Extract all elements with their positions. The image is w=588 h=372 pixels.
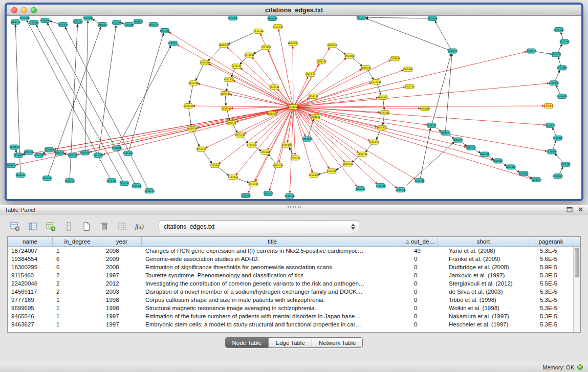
show-columns-icon[interactable] bbox=[26, 220, 39, 233]
graph-node[interactable]: 1505493 bbox=[369, 140, 380, 144]
graph-node[interactable]: 9645124 bbox=[466, 145, 476, 150]
graph-node[interactable]: 1915414 bbox=[248, 182, 259, 186]
graph-node[interactable]: 1535175 bbox=[396, 188, 406, 192]
graph-edge[interactable] bbox=[233, 80, 291, 106]
graph-node[interactable]: 1953153 bbox=[73, 19, 83, 24]
panel-splitter-handle[interactable] bbox=[288, 206, 301, 208]
zoom-window-button[interactable] bbox=[31, 7, 37, 13]
graph-node[interactable]: 1235155 bbox=[42, 176, 53, 181]
table-row[interactable]: 946554611997Estimation of the future num… bbox=[8, 312, 580, 320]
graph-node[interactable]: 1572451 bbox=[228, 16, 238, 20]
import-table-icon[interactable] bbox=[116, 220, 129, 233]
graph-node[interactable]: 1604452 bbox=[493, 159, 504, 163]
table-row[interactable]: 911546021997Tourette syndrome. Phenomeno… bbox=[8, 271, 580, 279]
graph-node[interactable]: 1209345 bbox=[390, 56, 401, 61]
graph-node[interactable]: 1235405 bbox=[44, 147, 55, 152]
graph-node[interactable]: 1415458 bbox=[557, 94, 568, 99]
graph-node[interactable]: 1763414 bbox=[228, 175, 238, 180]
column-header-year[interactable]: year bbox=[102, 237, 142, 246]
graph-node[interactable]: 1450553 bbox=[15, 173, 26, 178]
graph-node[interactable]: 1495756 bbox=[357, 152, 368, 157]
graph-node[interactable]: 1830212 bbox=[267, 111, 277, 116]
graph-edge[interactable] bbox=[555, 70, 559, 81]
graph-node[interactable]: 9159309 bbox=[83, 16, 94, 20]
graph-edge[interactable] bbox=[203, 150, 212, 163]
graph-node[interactable]: 1535535 bbox=[241, 193, 251, 198]
graph-edge[interactable] bbox=[296, 52, 527, 106]
graph-node[interactable]: 1414350 bbox=[545, 123, 556, 127]
graph-node[interactable]: 1254149 bbox=[273, 24, 284, 29]
graph-edge[interactable] bbox=[268, 50, 292, 105]
graph-node[interactable]: 1815162 bbox=[188, 81, 199, 85]
graph-node[interactable]: 1664910 bbox=[288, 41, 298, 46]
graph-node[interactable]: 1752441 bbox=[260, 150, 271, 155]
column-header-short[interactable]: short bbox=[438, 237, 529, 246]
graph-edge[interactable] bbox=[558, 44, 562, 53]
graph-edge[interactable] bbox=[118, 46, 170, 147]
vertical-scrollbar[interactable] bbox=[573, 247, 580, 332]
graph-node[interactable]: 1221820 bbox=[261, 45, 272, 50]
graph-edge[interactable] bbox=[195, 64, 203, 81]
graph-node[interactable]: 1939141 bbox=[221, 106, 232, 111]
graph-node[interactable]: 1275141 bbox=[231, 64, 242, 69]
graph-node[interactable]: 1646427 bbox=[453, 138, 464, 142]
graph-node[interactable]: 1553415 bbox=[309, 173, 319, 178]
graph-edge[interactable] bbox=[377, 83, 381, 95]
graph-node[interactable]: 1155408 bbox=[124, 22, 135, 27]
graph-edge[interactable] bbox=[366, 17, 430, 18]
column-header-name[interactable]: name bbox=[8, 237, 53, 246]
graph-node[interactable]: 1505113 bbox=[64, 179, 75, 183]
graph-edge[interactable] bbox=[293, 108, 295, 155]
float-panel-icon[interactable] bbox=[567, 207, 573, 212]
graph-node[interactable]: 1535145 bbox=[285, 194, 295, 199]
graph-node[interactable]: 1210455 bbox=[553, 136, 563, 140]
create-column-icon[interactable] bbox=[44, 220, 57, 233]
column-header-in_degree[interactable]: in_degree bbox=[53, 237, 102, 246]
graph-edge[interactable] bbox=[47, 23, 135, 184]
new-file-icon[interactable] bbox=[80, 220, 93, 233]
graph-node[interactable]: 1284519 bbox=[440, 130, 451, 135]
graph-edge[interactable] bbox=[36, 25, 123, 182]
graph-edge[interactable] bbox=[193, 106, 291, 107]
graph-node[interactable]: 2056105 bbox=[80, 150, 91, 155]
graph-edge[interactable] bbox=[308, 119, 314, 137]
graph-node[interactable]: 1904174 bbox=[10, 19, 21, 24]
graph-node[interactable]: 1735153 bbox=[376, 184, 386, 188]
graph-node[interactable]: 1973498 bbox=[557, 65, 568, 70]
graph-node[interactable]: 1665135 bbox=[355, 187, 366, 191]
graph-edge[interactable] bbox=[189, 85, 193, 103]
graph-edge[interactable] bbox=[177, 45, 291, 106]
graph-edge[interactable] bbox=[225, 96, 226, 106]
graph-node[interactable]: 9505135 bbox=[54, 150, 65, 155]
graph-node[interactable]: 7850363 bbox=[403, 67, 413, 72]
scrollbar-thumb[interactable] bbox=[575, 248, 579, 277]
graph-node[interactable]: 1725141 bbox=[247, 143, 257, 147]
column-header-out_degree[interactable]: △out_de… bbox=[403, 237, 438, 246]
graph-node[interactable]: 9155493 bbox=[19, 16, 30, 20]
graph-node[interactable]: 1905135 bbox=[24, 150, 34, 155]
graph-node[interactable]: 1961910 bbox=[305, 72, 316, 77]
graph-edge[interactable] bbox=[268, 154, 276, 164]
graph-node[interactable]: 1604741 bbox=[378, 95, 388, 100]
graph-node[interactable]: 1271641 bbox=[244, 53, 255, 57]
graph-node[interactable]: 1224549 bbox=[253, 29, 264, 33]
graph-node[interactable]: 1321061 bbox=[380, 110, 390, 115]
graph-node[interactable]: 1075141 bbox=[235, 133, 246, 137]
graph-edge[interactable] bbox=[376, 129, 380, 140]
graph-node[interactable]: 15958 bbox=[543, 104, 553, 108]
close-window-button[interactable] bbox=[11, 7, 17, 13]
column-header-pagerank[interactable]: pagerank bbox=[529, 237, 573, 246]
graph-node[interactable]: 1844613 bbox=[133, 19, 144, 24]
network-view[interactable]: 1904174915549312742059554624103517419531… bbox=[7, 16, 581, 199]
graph-node[interactable]: 2520650 bbox=[9, 145, 20, 149]
graph-node[interactable]: 1609561 bbox=[343, 162, 354, 166]
graph-node[interactable]: 1274205 bbox=[29, 20, 39, 25]
graph-edge[interactable] bbox=[296, 107, 547, 151]
graph-node[interactable]: 1053155 bbox=[160, 28, 170, 33]
graph-edge[interactable] bbox=[226, 81, 228, 91]
graph-node[interactable]: 1694182 bbox=[506, 165, 516, 169]
graph-node[interactable]: 1679197 bbox=[426, 123, 437, 127]
graph-node[interactable]: 1626155 bbox=[308, 94, 319, 99]
graph-node[interactable]: 1611714 bbox=[356, 16, 367, 19]
graph-node[interactable]: 2151351 bbox=[106, 179, 117, 183]
